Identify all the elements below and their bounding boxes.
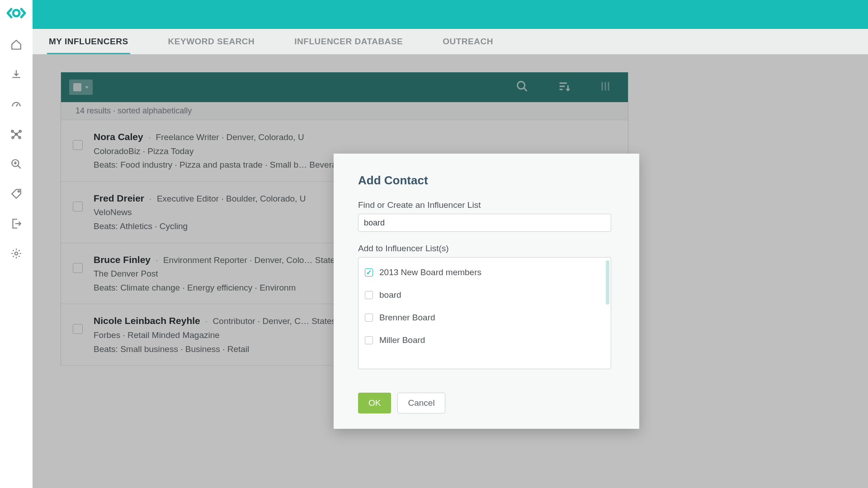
checkbox-icon[interactable] <box>365 291 373 299</box>
tab-influencer-database[interactable]: INFLUENCER DATABASE <box>292 29 405 54</box>
tag-icon[interactable] <box>10 188 22 202</box>
checkbox-icon[interactable] <box>365 268 373 277</box>
modal-title: Add Contact <box>358 174 615 188</box>
gear-icon[interactable] <box>10 248 22 261</box>
svg-point-7 <box>18 191 19 192</box>
add-contact-modal: Add Contact Find or Create an Influencer… <box>334 154 639 429</box>
download-icon[interactable] <box>10 69 22 82</box>
checkbox-icon[interactable] <box>365 314 373 322</box>
home-icon[interactable] <box>10 39 22 52</box>
list-option[interactable]: Miller Board <box>362 329 607 352</box>
gauge-icon[interactable] <box>10 99 22 112</box>
left-rail <box>0 0 33 488</box>
search-plus-icon[interactable] <box>10 158 22 172</box>
influencer-list-box[interactable]: 2013 New Board members board Brenner Boa… <box>358 257 611 369</box>
list-option-label: Miller Board <box>379 335 425 345</box>
tab-outreach[interactable]: OUTREACH <box>441 29 495 54</box>
list-option[interactable]: Brenner Board <box>362 306 607 329</box>
svg-point-0 <box>13 10 19 16</box>
list-option-label: board <box>379 290 401 300</box>
top-bar <box>33 0 868 29</box>
cancel-button[interactable]: Cancel <box>397 393 445 413</box>
list-option-label: Brenner Board <box>379 313 435 323</box>
list-option-label: 2013 New Board members <box>379 267 481 277</box>
tab-keyword-search[interactable]: KEYWORD SEARCH <box>166 29 257 54</box>
logo-eye-icon <box>5 5 28 23</box>
body-wrap: 14 results · sorted alphabetically Nora … <box>33 54 868 488</box>
find-list-input[interactable] <box>358 214 611 232</box>
app-root: MY INFLUENCERS KEYWORD SEARCH INFLUENCER… <box>0 0 868 488</box>
main-column: MY INFLUENCERS KEYWORD SEARCH INFLUENCER… <box>33 0 868 488</box>
checkbox-icon[interactable] <box>365 336 373 344</box>
svg-point-8 <box>15 252 18 255</box>
add-to-lists-label: Add to Influencer List(s) <box>358 244 615 253</box>
list-option[interactable]: board <box>362 284 607 306</box>
modal-actions: OK Cancel <box>358 393 615 413</box>
tab-my-influencers[interactable]: MY INFLUENCERS <box>47 29 130 54</box>
logout-icon[interactable] <box>10 218 22 231</box>
tab-strip: MY INFLUENCERS KEYWORD SEARCH INFLUENCER… <box>33 29 868 54</box>
list-option[interactable]: 2013 New Board members <box>362 261 607 284</box>
network-icon[interactable] <box>10 128 22 142</box>
find-list-label: Find or Create an Influencer List <box>358 200 615 210</box>
ok-button[interactable]: OK <box>358 393 391 413</box>
